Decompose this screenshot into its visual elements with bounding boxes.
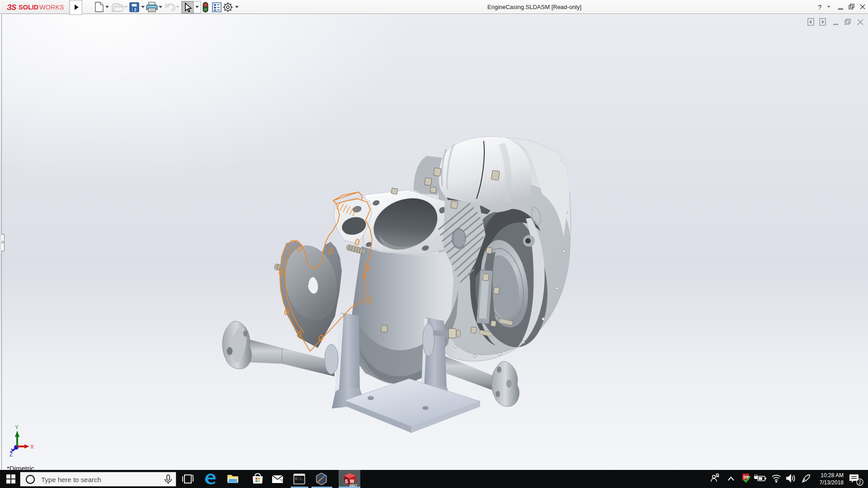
svg-text:Z: Z [9,451,13,458]
svg-text:S: S [345,479,348,484]
svg-text:X: X [30,444,34,450]
svg-text:?: ? [818,3,821,11]
svg-text:C:\_: C:\_ [295,477,304,481]
svg-text:Y: Y [15,425,19,431]
svg-text:2: 2 [859,480,861,485]
